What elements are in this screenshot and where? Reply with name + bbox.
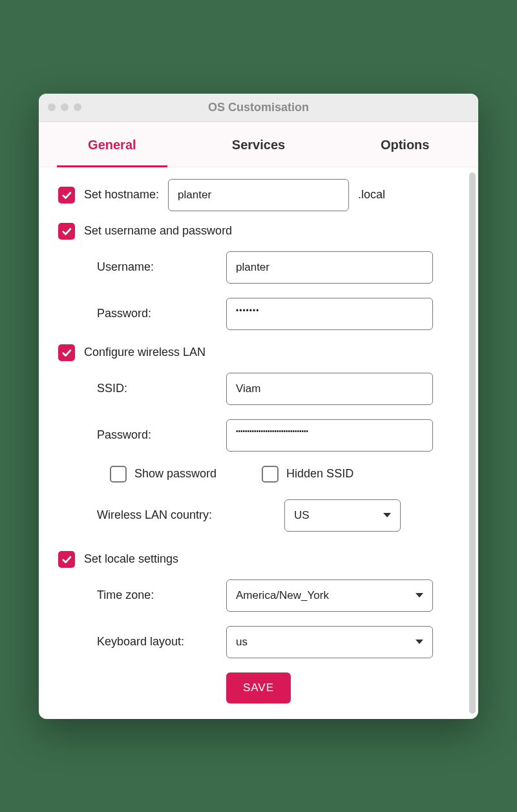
show-password-label: Show password [134, 467, 216, 481]
keyboard-value: us [236, 636, 248, 649]
check-icon [61, 554, 72, 565]
wlan-country-row: Wireless LAN country: US [97, 499, 459, 532]
chevron-down-icon [383, 513, 391, 517]
show-password-checkbox[interactable] [110, 466, 127, 483]
scrollbar[interactable] [469, 172, 476, 714]
userpass-label: Set username and password [84, 224, 232, 238]
password-input[interactable]: ••••••• [226, 298, 433, 330]
minimize-window-icon[interactable] [61, 103, 69, 111]
locale-label: Set locale settings [84, 552, 178, 566]
check-icon [61, 347, 72, 359]
userpass-checkbox[interactable] [58, 223, 75, 240]
check-icon [61, 189, 72, 201]
timezone-label: Time zone: [97, 588, 226, 602]
window-title: OS Customisation [39, 101, 478, 114]
locale-row: Set locale settings [58, 551, 459, 568]
hidden-ssid-checkbox[interactable] [262, 466, 279, 483]
hidden-ssid-row: Hidden SSID [262, 466, 353, 483]
wlan-country-value: US [294, 509, 310, 522]
password-label: Password: [97, 307, 226, 320]
keyboard-label: Keyboard layout: [97, 635, 226, 649]
tab-general[interactable]: General [39, 122, 185, 167]
chevron-down-icon [416, 640, 423, 644]
ssid-input[interactable] [226, 373, 433, 405]
wlan-password-input[interactable]: •••••••••••••••••••••••••••••••• [226, 419, 433, 452]
password-row: Password: ••••••• [97, 298, 459, 330]
hostname-row: Set hostname: .local [58, 179, 459, 211]
content-area: Set hostname: .local Set username and pa… [39, 167, 478, 719]
hostname-label: Set hostname: [84, 188, 159, 202]
show-password-row: Show password [110, 466, 216, 483]
os-customisation-window: OS Customisation General Services Option… [39, 94, 478, 719]
wlan-country-label: Wireless LAN country: [97, 508, 284, 522]
tabs: General Services Options [39, 122, 478, 167]
wlan-password-row: Password: ••••••••••••••••••••••••••••••… [97, 419, 459, 452]
tab-options[interactable]: Options [332, 122, 478, 167]
wlan-row: Configure wireless LAN [58, 344, 459, 361]
ssid-row: SSID: [97, 373, 459, 405]
keyboard-row: Keyboard layout: us [97, 626, 459, 658]
tab-services[interactable]: Services [185, 122, 332, 167]
check-icon [61, 225, 72, 237]
username-input[interactable] [226, 251, 433, 284]
hostname-input[interactable] [168, 179, 349, 211]
close-window-icon[interactable] [48, 103, 56, 111]
username-label: Username: [97, 260, 226, 274]
wlan-subchecks: Show password Hidden SSID [110, 466, 459, 483]
userpass-row: Set username and password [58, 223, 459, 240]
timezone-select[interactable]: America/New_York [226, 579, 433, 612]
chevron-down-icon [416, 593, 423, 598]
save-button[interactable]: SAVE [226, 672, 291, 703]
wlan-checkbox[interactable] [58, 344, 75, 361]
wlan-password-label: Password: [97, 428, 226, 442]
keyboard-select[interactable]: us [226, 626, 433, 658]
traffic-lights [48, 103, 81, 111]
wlan-country-select[interactable]: US [284, 499, 401, 532]
hostname-suffix: .local [358, 188, 385, 202]
ssid-label: SSID: [97, 382, 226, 395]
save-row: SAVE [58, 672, 459, 703]
maximize-window-icon[interactable] [74, 103, 81, 111]
username-row: Username: [97, 251, 459, 284]
timezone-value: America/New_York [236, 589, 329, 602]
hostname-checkbox[interactable] [58, 187, 75, 203]
titlebar: OS Customisation [39, 94, 478, 122]
hidden-ssid-label: Hidden SSID [286, 467, 353, 481]
wlan-label: Configure wireless LAN [84, 346, 206, 359]
timezone-row: Time zone: America/New_York [97, 579, 459, 612]
locale-checkbox[interactable] [58, 551, 75, 568]
